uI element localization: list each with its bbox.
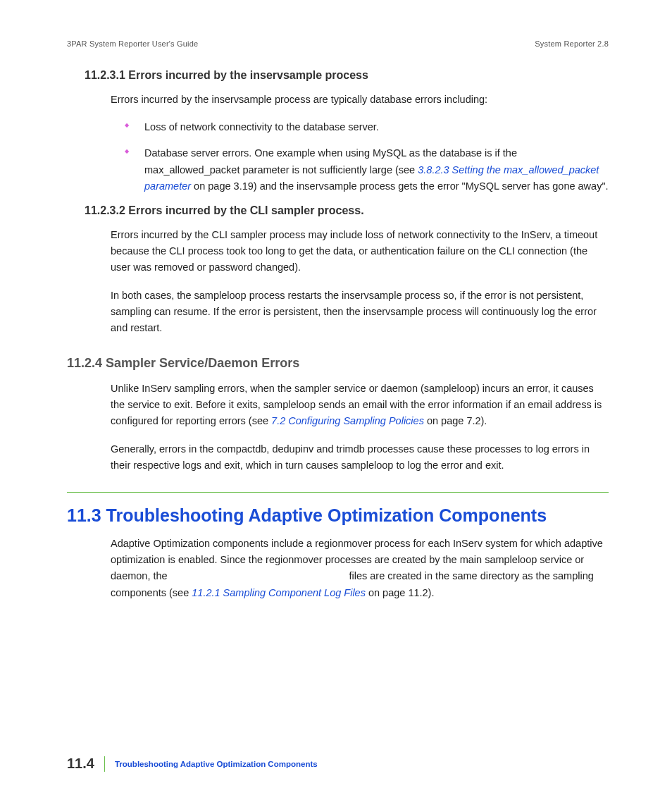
body-paragraph: Adaptive Optimization components include… xyxy=(111,536,609,601)
heading-11-3: 11.3 Troubleshooting Adaptive Optimizati… xyxy=(67,505,609,526)
page-number: 11.4 xyxy=(67,756,94,772)
body-paragraph: Generally, errors in the compactdb, dedu… xyxy=(111,441,609,474)
heading-11-2-3-2: 11.2.3.2 Errors incurred by the CLI samp… xyxy=(85,204,609,217)
cross-ref-link[interactable]: 11.2.1 Sampling Component Log Files xyxy=(192,587,366,598)
heading-11-2-4: 11.2.4 Sampler Service/Daemon Errors xyxy=(67,356,609,371)
document-page: 3PAR System Reporter User's Guide System… xyxy=(0,0,672,807)
body-paragraph: Errors incurred by the CLI sampler proce… xyxy=(111,227,609,276)
header-right: System Reporter 2.8 xyxy=(535,39,609,48)
body-paragraph: In both cases, the sampleloop process re… xyxy=(111,288,609,337)
list-text: on page 3.19) and the inservsample proce… xyxy=(191,180,608,192)
body-text: on page 11.2). xyxy=(366,587,435,598)
list-item: Loss of network connectivity to the data… xyxy=(125,119,609,135)
heading-11-2-3-1: 11.2.3.1 Errors incurred by the inservsa… xyxy=(85,69,609,82)
intro-text: Errors incurred by the inservsample proc… xyxy=(111,92,609,108)
body-paragraph: Unlike InServ sampling errors, when the … xyxy=(111,381,609,430)
header-left: 3PAR System Reporter User's Guide xyxy=(67,39,198,48)
gap-text xyxy=(170,570,347,581)
bullet-list: Loss of network connectivity to the data… xyxy=(125,119,609,195)
cross-ref-link[interactable]: 7.2 Configuring Sampling Policies xyxy=(271,415,424,426)
section-divider xyxy=(67,492,609,493)
list-item: Database server errors. One example when… xyxy=(125,145,609,195)
page-header: 3PAR System Reporter User's Guide System… xyxy=(67,39,609,48)
body-text: on page 7.2). xyxy=(424,415,487,426)
footer-divider xyxy=(104,756,105,772)
page-footer: 11.4 Troubleshooting Adaptive Optimizati… xyxy=(67,756,318,772)
footer-section-title: Troubleshooting Adaptive Optimization Co… xyxy=(115,760,318,768)
